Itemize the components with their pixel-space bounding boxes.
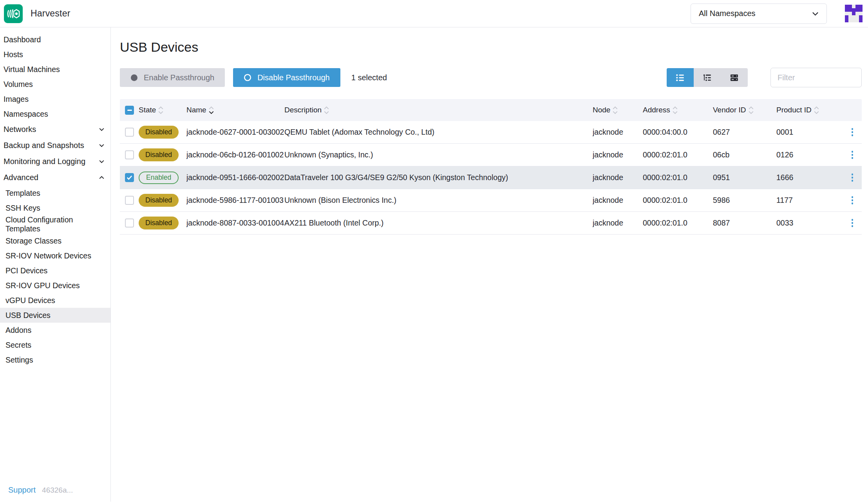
kebab-menu-icon[interactable]: [849, 194, 856, 207]
table-row[interactable]: Disabledjacknode-5986-1177-001003Unknown…: [120, 189, 862, 212]
outline-circle-icon: [244, 74, 251, 81]
kebab-menu-icon[interactable]: [849, 148, 856, 161]
state-badge: Disabled: [139, 148, 179, 161]
sidebar-item-networks[interactable]: Networks: [0, 121, 110, 137]
sidebar-item-cloud-configuration-templates[interactable]: Cloud Configuration Templates: [0, 215, 110, 233]
sidebar-item-backup-and-snapshots[interactable]: Backup and Snapshots: [0, 137, 110, 153]
list-view-button[interactable]: [667, 68, 694, 87]
indeterminate-dash-icon: [127, 110, 132, 111]
sidebar-item-label: Networks: [4, 125, 36, 134]
sidebar-item-label: Addons: [5, 326, 31, 335]
filter-input[interactable]: [770, 68, 862, 87]
product-id: 0126: [776, 150, 843, 159]
device-address: 0000:04:00.0: [643, 128, 713, 137]
sidebar-item-label: USB Devices: [5, 311, 51, 320]
device-address: 0000:02:01.0: [643, 173, 713, 182]
sidebar-footer: Support 46326a...: [0, 486, 110, 502]
sidebar-item-templates[interactable]: Templates: [0, 186, 110, 200]
sidebar-item-vgpu-devices[interactable]: vGPU Devices: [0, 293, 110, 308]
avatar-pixel: [855, 19, 859, 22]
harvester-logo-icon[interactable]: [4, 4, 23, 23]
sidebar-item-volumes[interactable]: Volumes: [0, 77, 110, 92]
column-header-address[interactable]: Address: [643, 105, 713, 115]
sidebar-item-label: Secrets: [5, 341, 31, 350]
disable-passthrough-button[interactable]: Disable Passthrough: [233, 68, 340, 87]
avatar-pixel: [855, 8, 859, 12]
device-name: jacknode-5986-1177-001003: [186, 196, 284, 205]
kebab-menu-icon[interactable]: [849, 171, 856, 184]
column-header-description[interactable]: Description: [284, 105, 593, 115]
main-content: USB Devices Enable Passthrough Disable P…: [111, 27, 868, 502]
avatar-pixel: [848, 5, 852, 8]
grouped-list-view-button[interactable]: [694, 68, 721, 87]
sidebar-item-usb-devices[interactable]: USB Devices: [0, 308, 110, 323]
row-checkbox[interactable]: [125, 128, 134, 137]
column-header-vendor-id[interactable]: Vendor ID: [713, 105, 776, 115]
avatar-pixel: [845, 8, 848, 12]
sidebar-item-label: Templates: [5, 189, 40, 198]
device-address: 0000:02:01.0: [643, 218, 713, 228]
sidebar-item-virtual-machines[interactable]: Virtual Machines: [0, 62, 110, 77]
column-header-state[interactable]: State: [137, 105, 186, 115]
sidebar-item-label: Monitoring and Logging: [4, 157, 85, 166]
sidebar-item-images[interactable]: Images: [0, 92, 110, 107]
chevron-down-icon: [811, 9, 819, 18]
table-body: Disabledjacknode-0627-0001-003002QEMU Ta…: [120, 121, 862, 235]
avatar-pixel: [859, 19, 863, 22]
row-checkbox-cell: [120, 173, 137, 182]
sidebar-item-hosts[interactable]: Hosts: [0, 47, 110, 62]
device-description: Unknown (Synaptics, Inc.): [284, 150, 593, 159]
row-checkbox[interactable]: [125, 173, 134, 182]
avatar-pixel: [852, 5, 855, 8]
sidebar-item-sr-iov-network-devices[interactable]: SR-IOV Network Devices: [0, 248, 110, 263]
enable-passthrough-button[interactable]: Enable Passthrough: [120, 68, 225, 87]
row-checkbox[interactable]: [125, 150, 134, 159]
table-row[interactable]: Enabledjacknode-0951-1666-002002DataTrav…: [120, 166, 862, 189]
sidebar-item-monitoring-and-logging[interactable]: Monitoring and Logging: [0, 153, 110, 170]
user-avatar[interactable]: [845, 5, 863, 22]
table-row[interactable]: Disabledjacknode-8087-0033-001004AX211 B…: [120, 212, 862, 235]
sidebar-item-addons[interactable]: Addons: [0, 323, 110, 338]
column-header-node[interactable]: Node: [593, 105, 643, 115]
table-row[interactable]: Disabledjacknode-06cb-0126-001002Unknown…: [120, 144, 862, 166]
card-view-button[interactable]: [721, 68, 748, 87]
sidebar-item-pci-devices[interactable]: PCI Devices: [0, 263, 110, 278]
table-row[interactable]: Disabledjacknode-0627-0001-003002QEMU Ta…: [120, 121, 862, 144]
sidebar-item-ssh-keys[interactable]: SSH Keys: [0, 200, 110, 215]
namespace-selector[interactable]: All Namespaces: [691, 4, 827, 24]
sidebar-item-storage-classes[interactable]: Storage Classes: [0, 233, 110, 248]
sidebar-item-namespaces[interactable]: Namespaces: [0, 107, 110, 121]
actions-row: Enable Passthrough Disable Passthrough 1…: [120, 68, 862, 87]
avatar-pixel: [845, 12, 848, 15]
device-address: 0000:02:01.0: [643, 196, 713, 205]
chevron-down-icon: [98, 158, 105, 165]
product-id: 0001: [776, 128, 843, 137]
kebab-menu-icon[interactable]: [849, 126, 856, 139]
sidebar-item-sr-iov-gpu-devices[interactable]: SR-IOV GPU Devices: [0, 278, 110, 293]
column-header-name[interactable]: Name: [186, 105, 284, 115]
row-checkbox[interactable]: [125, 218, 134, 228]
sidebar-item-label: SR-IOV GPU Devices: [5, 281, 80, 290]
support-link[interactable]: Support: [8, 486, 36, 495]
app-shell: DashboardHostsVirtual MachinesVolumesIma…: [0, 27, 868, 502]
row-checkbox[interactable]: [125, 196, 134, 205]
sidebar-item-dashboard[interactable]: Dashboard: [0, 32, 110, 47]
sidebar-item-label: Advanced: [4, 173, 38, 182]
select-all-checkbox[interactable]: [125, 106, 134, 115]
row-actions-cell: [843, 148, 862, 161]
usb-devices-table: StateNameDescriptionNodeAddressVendor ID…: [120, 99, 862, 235]
header-checkbox-cell: [120, 106, 137, 115]
sidebar-item-advanced[interactable]: Advanced: [0, 170, 110, 186]
sidebar-item-secrets[interactable]: Secrets: [0, 338, 110, 352]
sidebar-item-settings[interactable]: Settings: [0, 352, 110, 367]
sidebar: DashboardHostsVirtual MachinesVolumesIma…: [0, 27, 111, 502]
state-cell: Disabled: [137, 217, 186, 229]
kebab-menu-icon[interactable]: [849, 217, 856, 229]
avatar-pixel: [848, 8, 852, 12]
column-header-label: Vendor ID: [713, 106, 746, 114]
avatar-pixel: [848, 19, 852, 22]
sort-arrows-icon: [324, 105, 329, 115]
disable-passthrough-label: Disable Passthrough: [257, 73, 330, 82]
avatar-pixel: [852, 12, 855, 15]
column-header-product-id[interactable]: Product ID: [776, 105, 843, 115]
